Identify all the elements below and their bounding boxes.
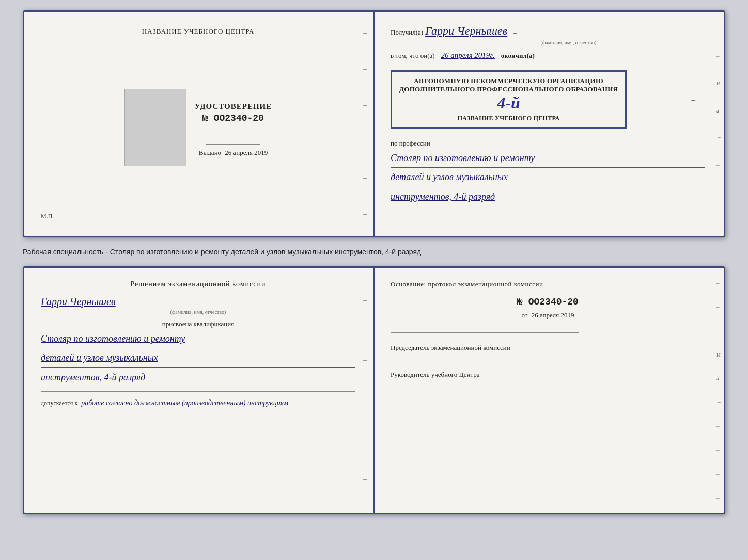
stamp-line1: АВТОНОМНУЮ НЕКОММЕРЧЕСКУЮ ОРГАНИЗАЦИЮ [399,77,618,85]
subtitle-text: Рабочая специальность - Столяр по изгото… [23,246,725,258]
vydano-label: Выдано [199,149,221,156]
dash-1: – [513,28,517,36]
poluchil-label: Получил(а) [391,28,423,36]
profession-line3-bottom: инструментов, 4-й разряд [41,369,355,386]
dopuskaetsya-label: допускается к [41,399,77,407]
stamp-line2: ДОПОЛНИТЕЛЬНОГО ПРОФЕССИОНАЛЬНОГО ОБРАЗО… [399,85,618,93]
top-right-page: Получил(а) Гарри Чернышев – (фамилия, им… [372,12,724,236]
mp-label: М.П. [41,213,54,220]
udostoverenie-title: УДОСТОВЕРЕНИЕ [195,102,272,111]
right-spine-top: – – И а ← – – – [716,12,723,236]
photo-placeholder [124,89,186,166]
po-professii-block: по профессии Столяр по изготовлению и ре… [391,139,705,206]
protocol-number: № OO2340-20 [391,297,705,307]
profession-text-bottom: Столяр по изготовлению и ремонту деталей… [41,330,355,387]
ot-label: от [521,311,527,319]
vydano-date: 26 апреля 2019 [225,149,268,156]
udostoverenie-block: УДОСТОВЕРЕНИЕ № OO2340-20 [195,102,272,123]
bottom-name-block: Гарри Чернышев [41,296,355,308]
bottom-right-page: Основание: протокол экзаменационной коми… [372,268,724,513]
profession-text-top: Столяр по изготовлению и ремонту деталей… [391,150,705,206]
resheniem-header: Решением экзаменационной комиссии [41,280,355,289]
osnovanie-header: Основание: протокол экзаменационной коми… [391,280,705,289]
predsedatel-signature [406,354,489,361]
dopuskaetsya-block: допускается к работе согласно должностны… [41,399,355,407]
right-spine-bottom: – – – И а ← – – – – [716,268,723,513]
vtom-block: в том, что он(а) 26 апреля 2019г. окончи… [391,51,705,60]
profession-line1-top: Столяр по изготовлению и ремонту [391,150,705,166]
bottom-left-page: Решением экзаменационной комиссии Гарри … [24,268,372,513]
prisvoena-label: присвоена квалификация [41,320,355,328]
left-spine-marks [363,12,369,236]
profession-line2-top: деталей и узлов музыкальных [391,169,705,185]
ot-date-block: от 26 апреля 2019 [391,311,705,319]
ot-date: 26 апреля 2019 [532,311,574,319]
stamp-dash: – [692,95,695,104]
vtom-label: в том, что он(а) [391,52,435,59]
poluchil-block: Получил(а) Гарри Чернышев – [391,24,705,38]
top-left-page: НАЗВАНИЕ УЧЕБНОГО ЦЕНТРА УДОСТОВЕРЕНИЕ №… [24,12,372,236]
rukovoditel-signature [406,381,489,388]
recipient-name-bottom: Гарри Чернышев [41,296,116,308]
stamp-center: НАЗВАНИЕ УЧЕБНОГО ЦЕНТРА [399,113,618,122]
predsedatel-label: Председатель экзаменационной комиссии [391,344,705,352]
udostoverenie-number: № OO2340-20 [195,113,272,123]
vydano-line: Выдано 26 апреля 2019 [195,149,272,157]
po-professii-label: по профессии [391,139,705,148]
name-subtitle-bottom: (фамилия, имя, отчество) [41,309,355,315]
profession-line2-bottom: деталей и узлов музыкальных [41,349,355,366]
profession-line1-bottom: Столяр по изготовлению и ремонту [41,330,355,347]
bottom-document-spread: Решением экзаменационной комиссии Гарри … [23,266,725,514]
left-spine-bottom [363,268,369,513]
stamp-box: АВТОНОМНУЮ НЕКОММЕРЧЕСКУЮ ОРГАНИЗАЦИЮ ДО… [391,70,627,129]
recipient-name-top: Гарри Чернышев [425,24,507,38]
completion-date: 26 апреля 2019г. [441,51,495,59]
stamp-container: АВТОНОМНУЮ НЕКОММЕРЧЕСКУЮ ОРГАНИЗАЦИЮ ДО… [391,65,705,134]
dopuskaetsya-value: работе согласно должностным (производств… [81,399,288,407]
profession-line3-top: инструментов, 4-й разряд [391,188,705,205]
rukovoditel-label: Руководитель учебного Центра [391,371,705,379]
stamp-number: 4-й [497,93,520,113]
top-document-spread: НАЗВАНИЕ УЧЕБНОГО ЦЕНТРА УДОСТОВЕРЕНИЕ №… [23,10,725,237]
center-header: НАЗВАНИЕ УЧЕБНОГО ЦЕНТРА [142,27,254,36]
okonchil-label: окончил(а) [501,52,535,59]
name-subtitle-top: (фамилия, имя, отчество) [432,40,705,45]
